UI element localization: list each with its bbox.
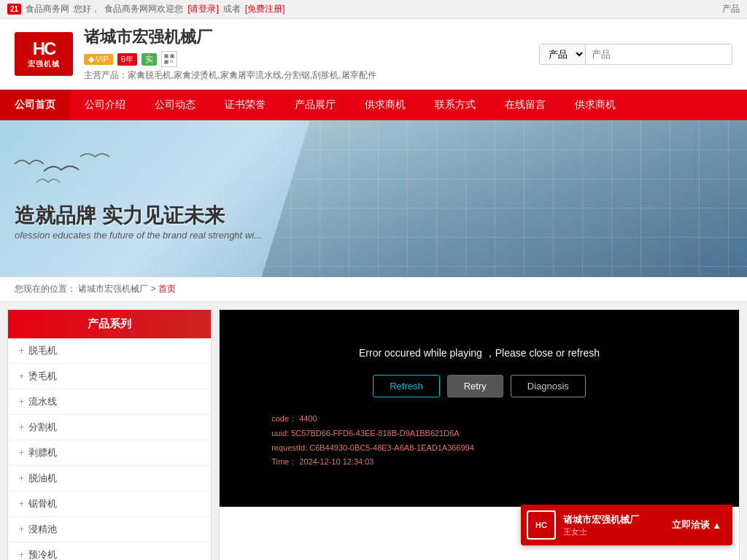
error-uuid-row: uuid: 5C57BD66-FFD6-43EE-818B-D9A1BB621D… [271, 427, 687, 441]
sidebar-item-label-4: 剥膘机 [28, 446, 57, 459]
logo-letters: HC [33, 39, 55, 59]
search-box[interactable]: 产品 [539, 44, 732, 65]
nav-item-honors[interactable]: 证书荣誉 [210, 90, 280, 120]
company-name: 诸城市宏强机械厂 [84, 26, 376, 48]
sidebar-item-label-5: 脱油机 [28, 472, 57, 485]
logo-subtitle: 宏强机械 [28, 59, 60, 69]
error-time-row: Time： 2024-12-10 12:34:03 [271, 455, 687, 470]
banner-structure [261, 120, 747, 277]
chat-logo-inner: HC [528, 512, 554, 538]
sidebar-item-3[interactable]: + 分割机 [8, 415, 211, 440]
refresh-button[interactable]: Refresh [373, 375, 440, 397]
breadcrumb-separator: > [151, 284, 158, 294]
svg-rect-7 [172, 61, 173, 61]
svg-rect-8 [171, 62, 171, 63]
diagnosis-button[interactable]: Diagnosis [511, 375, 586, 397]
plus-icon-1: + [19, 371, 24, 381]
site-name: 食品商务网 [26, 3, 69, 15]
vip-label: VIP [96, 55, 109, 63]
nav-item-supply[interactable]: 供求商机 [350, 90, 420, 120]
banner-birds [0, 142, 219, 201]
breadcrumb-current[interactable]: 首页 [158, 284, 176, 294]
nav-item-supply2[interactable]: 供求商机 [560, 90, 630, 120]
breadcrumb: 您现在的位置： 诸城市宏强机械厂 > 首页 [0, 277, 747, 302]
error-details: code： 4400 uuid: 5C57BD66-FFD6-43EE-818B… [271, 412, 687, 470]
chat-contact-name: 王女士 [563, 526, 665, 537]
banner-content: 造就品牌 实力见证未来 ofession educates the future… [15, 202, 262, 241]
sidebar-item-5[interactable]: + 脱油机 [8, 466, 211, 491]
nav-item-news[interactable]: 公司动态 [140, 90, 210, 120]
plus-icon-2: + [19, 397, 24, 407]
company-products: 主营产品：家禽脱毛机,家禽浸烫机,家禽屠宰流水线,分割锯,刮胗机,屠宰配件 [84, 69, 376, 82]
chat-action-label[interactable]: 立即洽谈 ▲ [672, 518, 721, 532]
main-nav: 公司首页 公司介绍 公司动态 证书荣誉 产品展厅 供求商机 联系方式 在线留言 … [0, 90, 747, 120]
sidebar-item-8[interactable]: + 预冷机 [8, 542, 211, 560]
sidebar-item-2[interactable]: + 流水线 [8, 389, 211, 415]
video-container: Error occured while playing ，Please clos… [220, 310, 739, 507]
sidebar-item-6[interactable]: + 锯骨机 [8, 491, 211, 517]
nav-item-contact[interactable]: 联系方式 [420, 90, 490, 120]
sidebar-item-label-2: 流水线 [28, 395, 57, 408]
company-info: 诸城市宏强机械厂 ◆ VIP 6年 实 [84, 26, 376, 82]
plus-icon-6: + [19, 499, 24, 509]
sidebar-item-label-7: 浸精池 [28, 523, 57, 536]
sidebar-item-label-8: 预冷机 [28, 548, 57, 560]
search-category-select[interactable]: 产品 [540, 44, 586, 64]
svg-rect-3 [166, 55, 167, 57]
nav-item-products[interactable]: 产品展厅 [280, 90, 350, 120]
greeting-text: 您好， [74, 3, 100, 15]
top-bar-left: 21 食品商务网 您好， 食品商务网网欢迎您 [请登录] 或者 [免费注册] [7, 3, 285, 15]
chat-info: 诸城市宏强机械厂 王女士 [563, 513, 665, 537]
plus-icon-5: + [19, 473, 24, 483]
breadcrumb-company: 诸城市宏强机械厂 [78, 284, 148, 294]
top-bar-right: 产品 [722, 3, 740, 15]
sidebar-item-label-1: 烫毛机 [28, 370, 57, 383]
svg-rect-9 [172, 62, 173, 63]
breadcrumb-prefix: 您现在的位置： [15, 284, 76, 294]
plus-icon-7: + [19, 524, 24, 534]
chat-action-text: 立即洽谈 [672, 518, 710, 532]
vip-badge: ◆ VIP [84, 54, 113, 65]
header: HC 宏强机械 诸城市宏强机械厂 ◆ VIP 6年 实 [0, 19, 747, 90]
nav-item-home[interactable]: 公司首页 [0, 90, 70, 120]
company-logo: HC 宏强机械 [15, 32, 73, 76]
login-link[interactable]: [请登录] [187, 3, 219, 15]
register-link[interactable]: [免费注册] [245, 3, 285, 15]
plus-icon-3: + [19, 422, 24, 432]
retry-button[interactable]: Retry [447, 375, 503, 397]
requestid-value: C6B44930-0BC5-48E3-A6A8-1EAD1A366994 [309, 443, 474, 452]
sidebar-item-label-0: 脱毛机 [28, 344, 57, 357]
error-message: Error occured while playing ，Please clos… [359, 347, 600, 360]
sidebar-item-4[interactable]: + 剥膘机 [8, 440, 211, 466]
header-right: 产品 [539, 44, 732, 65]
sidebar-item-7[interactable]: + 浸精池 [8, 517, 211, 542]
sidebar-item-0[interactable]: + 脱毛机 [8, 338, 211, 364]
verified-badge: 实 [142, 53, 157, 66]
sidebar: 产品系列 + 脱毛机 + 烫毛机 + 流水线 + 分割机 + 剥膘机 + 脱油机… [7, 309, 212, 560]
nav-item-message[interactable]: 在线留言 [490, 90, 560, 120]
uuid-value: 5C57BD66-FFD6-43EE-818B-D9A1BB621D6A [291, 429, 460, 438]
qr-code-icon[interactable] [161, 51, 177, 67]
sidebar-item-1[interactable]: + 烫毛机 [8, 364, 211, 389]
code-value: 4400 [299, 414, 317, 423]
sidebar-title: 产品系列 [8, 310, 211, 338]
error-code-row: code： 4400 [271, 412, 687, 427]
search-input[interactable] [586, 45, 732, 63]
banner-text-english: ofession educates the future of the bran… [15, 230, 262, 241]
error-requestid-row: requestId: C6B44930-0BC5-48E3-A6A8-1EAD1… [271, 441, 687, 456]
sidebar-item-label-6: 锯骨机 [28, 497, 57, 510]
banner-text-chinese: 造就品牌 实力见证未来 [15, 202, 262, 230]
sidebar-item-label-3: 分割机 [28, 421, 57, 434]
time-value: 2024-12-10 12:34:03 [299, 457, 374, 466]
chat-logo: HC [527, 510, 556, 540]
year-badge: 6年 [117, 53, 137, 66]
chat-widget[interactable]: HC 诸城市宏强机械厂 王女士 立即洽谈 ▲ [521, 505, 732, 545]
welcome-text: 食品商务网网欢迎您 [104, 3, 183, 15]
svg-rect-4 [171, 55, 173, 57]
top-bar: 21 食品商务网 您好， 食品商务网网欢迎您 [请登录] 或者 [免费注册] 产… [0, 0, 747, 19]
company-badges: ◆ VIP 6年 实 [84, 51, 376, 67]
nav-item-intro[interactable]: 公司介绍 [70, 90, 140, 120]
uuid-label: uuid: [271, 429, 289, 438]
chat-company-name: 诸城市宏强机械厂 [563, 513, 665, 526]
banner: 造就品牌 实力见证未来 ofession educates the future… [0, 120, 747, 277]
